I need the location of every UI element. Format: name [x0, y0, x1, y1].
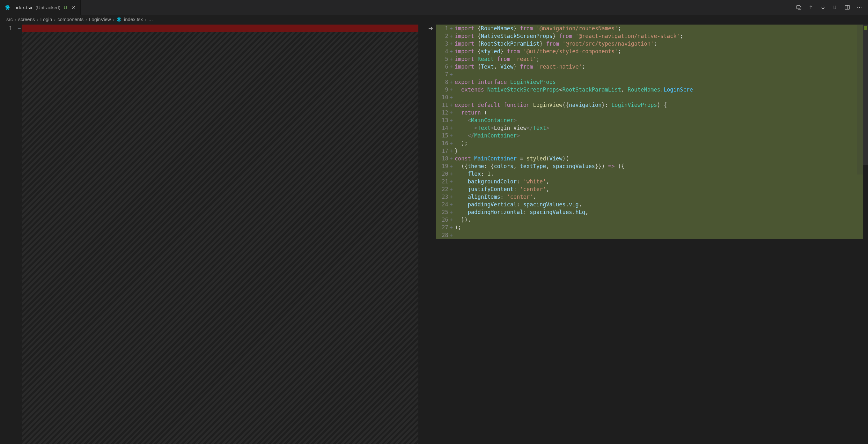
line-number: 24 [436, 201, 449, 208]
diff-sign-plus: + [449, 32, 454, 40]
arrow-up-icon[interactable] [808, 4, 814, 10]
code-content: }), [454, 216, 868, 224]
diff-pane-modified[interactable]: 1+import {RouteNames} from '@navigation/… [436, 25, 868, 444]
scrollbar-thumb[interactable] [863, 25, 868, 165]
diff-sign-plus: + [449, 93, 454, 101]
line-number: 10 [436, 93, 449, 101]
breadcrumb-item[interactable]: screens [18, 17, 35, 22]
split-editor-icon[interactable] [844, 4, 850, 10]
code-line[interactable]: 12+ return ( [436, 109, 868, 116]
close-icon[interactable] [71, 5, 76, 9]
diff-pane-original[interactable]: 1 − [0, 25, 425, 444]
code-line[interactable]: 16+ ); [436, 139, 868, 147]
code-line[interactable]: 19+ ({theme: {colors, textType, spacingV… [436, 162, 868, 170]
code-line[interactable]: 4+import {styled} from '@ui/theme/styled… [436, 48, 868, 55]
chevron-right-icon: › [145, 17, 146, 22]
line-number: 15 [436, 132, 449, 139]
code-content [454, 93, 868, 101]
code-line[interactable]: 6+import {Text, View} from 'react-native… [436, 63, 868, 70]
diff-sign-plus: + [449, 70, 454, 78]
code-content: return ( [454, 109, 868, 116]
diff-sign-plus: + [449, 155, 454, 162]
code-content [454, 231, 868, 239]
line-number: 5 [436, 55, 449, 63]
code-line[interactable]: 14+ <Text>Login View</Text> [436, 124, 868, 132]
arrow-down-icon[interactable] [820, 4, 826, 10]
breadcrumb-item[interactable]: LoginView [89, 17, 111, 22]
diff-sign-plus: + [449, 185, 454, 193]
tab-bar: index.tsx (Untracked) U [0, 0, 868, 15]
code-content: import React from 'react'; [454, 55, 868, 63]
line-number: 21 [436, 178, 449, 185]
code-content: ({theme: {colors, textType, spacingValue… [454, 162, 868, 170]
tabbar-spacer [81, 0, 790, 15]
minimap[interactable] [857, 25, 863, 175]
code-line[interactable]: 10+ [436, 93, 868, 101]
svg-point-8 [861, 7, 861, 8]
overview-ruler[interactable] [863, 25, 868, 444]
diff-sign-plus: + [449, 86, 454, 93]
tab-index-tsx[interactable]: index.tsx (Untracked) U [0, 0, 81, 15]
code-content: paddingHorizontal: spacingValues.hLg, [454, 208, 868, 216]
code-line[interactable]: 23+ alignItems: 'center', [436, 193, 868, 201]
code-line[interactable]: 20+ flex: 1, [436, 170, 868, 178]
diff-sign-plus: + [449, 170, 454, 178]
chevron-right-icon: › [15, 17, 16, 22]
tab-filename: index.tsx [13, 5, 32, 10]
more-icon[interactable] [857, 4, 862, 10]
breadcrumb-item[interactable]: … [148, 17, 153, 22]
code-line[interactable]: 13+ <MainContainer> [436, 116, 868, 124]
revert-change-arrow-icon[interactable] [425, 25, 436, 32]
breadcrumb-item[interactable]: src [6, 17, 13, 22]
line-number: 26 [436, 216, 449, 224]
code-line[interactable]: 2+import {NativeStackScreenProps} from '… [436, 32, 868, 40]
code-line[interactable]: 9+ extends NativeStackScreenProps<RootSt… [436, 86, 868, 93]
diff-sign-plus: + [449, 48, 454, 55]
breadcrumb-item[interactable]: components [57, 17, 84, 22]
open-changes-icon[interactable] [796, 4, 802, 10]
line-number: 14 [436, 124, 449, 132]
code-line[interactable]: 5+import React from 'react'; [436, 55, 868, 63]
code-line[interactable]: 8+export interface LoginViewProps [436, 78, 868, 86]
code-line[interactable]: 3+import {RootStackParamList} from '@roo… [436, 40, 868, 48]
line-number: 16 [436, 139, 449, 147]
code-line[interactable]: 21+ backgroundColor: 'white', [436, 178, 868, 185]
line-number: 13 [436, 116, 449, 124]
line-number: 18 [436, 155, 449, 162]
code-line[interactable]: 7+ [436, 70, 868, 78]
code-content: } [454, 147, 868, 155]
code-line[interactable]: 22+ justifyContent: 'center', [436, 185, 868, 193]
code-line[interactable]: 15+ </MainContainer> [436, 132, 868, 139]
chevron-right-icon: › [113, 17, 115, 22]
code-line[interactable]: 25+ paddingHorizontal: spacingValues.hLg… [436, 208, 868, 216]
svg-rect-4 [797, 5, 800, 9]
line-number: 2 [436, 32, 449, 40]
breadcrumb-item[interactable]: index.tsx [124, 17, 143, 22]
code-line[interactable]: 11+export default function LoginView({na… [436, 101, 868, 109]
line-number: 11 [436, 101, 449, 109]
chevron-right-icon: › [54, 17, 56, 22]
breadcrumb-item[interactable]: Login [40, 17, 52, 22]
whitespace-icon[interactable] [832, 4, 838, 10]
code-line[interactable]: 1+import {RouteNames} from '@navigation/… [436, 25, 868, 32]
code-line[interactable]: 28+ [436, 231, 868, 239]
line-number: 8 [436, 78, 449, 86]
diff-sign-plus: + [449, 231, 454, 239]
line-number: 27 [436, 224, 449, 231]
code-content: flex: 1, [454, 170, 868, 178]
line-number: 3 [436, 40, 449, 48]
code-line[interactable]: 26+ }), [436, 216, 868, 224]
diff-sign-plus: + [449, 101, 454, 109]
code-content: paddingVertical: spacingValues.vLg, [454, 201, 868, 208]
react-icon [116, 17, 122, 22]
line-number: 1 [436, 25, 449, 32]
diff-revert-gutter [425, 25, 436, 444]
code-content: ); [454, 224, 868, 231]
code-line[interactable]: 24+ paddingVertical: spacingValues.vLg, [436, 201, 868, 208]
code-line[interactable]: 18+const MainContainer = styled(View)( [436, 155, 868, 162]
diff-sign-minus: − [17, 25, 22, 32]
svg-point-9 [119, 19, 120, 20]
code-line[interactable]: 27+); [436, 224, 868, 231]
code-line[interactable]: 17+} [436, 147, 868, 155]
diff-sign-plus: + [449, 178, 454, 185]
